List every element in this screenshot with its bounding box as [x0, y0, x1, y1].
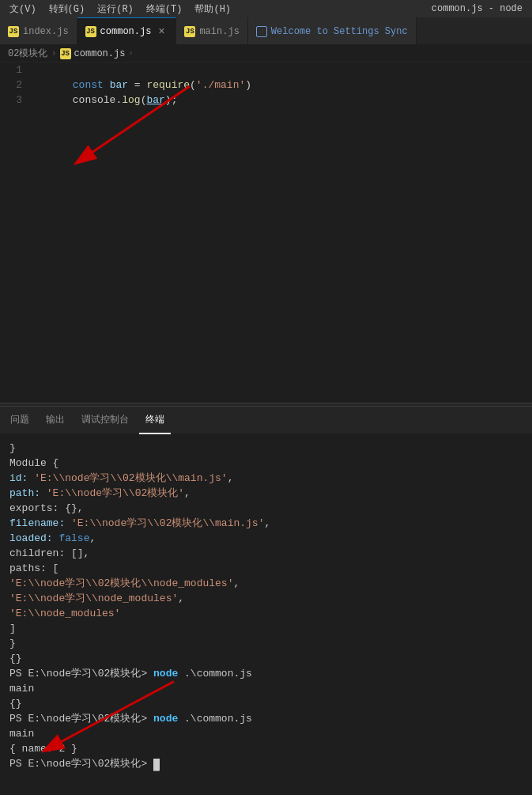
line-number-2: 2	[0, 78, 32, 93]
terminal-line-8: children: [],	[9, 546, 523, 561]
terminal-line-17: main	[9, 681, 523, 696]
panel-tab-output[interactable]: 输出	[40, 407, 71, 434]
line-content-2[interactable]: console.log(bar);	[32, 78, 532, 123]
line-number-1: 1	[0, 62, 32, 78]
terminal-line-7: loaded: false,	[9, 531, 523, 546]
editor-area: 1 const bar = require('./main') 2 consol…	[0, 62, 532, 403]
terminal-line-21: { name: 2 }	[9, 741, 523, 756]
tab-main-js[interactable]: JS main.js	[176, 17, 247, 45]
breadcrumb-arrow: ›	[128, 49, 133, 58]
tab-index-js[interactable]: JS index.js	[0, 17, 77, 45]
terminal-line-5: exports: {},	[9, 501, 523, 516]
terminal-line-22: PS E:\node学习\02模块化> █	[9, 756, 523, 771]
line-number-3: 3	[0, 93, 32, 108]
terminal-cursor: █	[153, 759, 160, 770]
terminal-line-1: }	[9, 441, 523, 456]
tab-icon-welcome	[256, 26, 267, 37]
code-line-2: 2 console.log(bar);	[0, 78, 532, 93]
fn-log: log	[122, 94, 140, 106]
panel-tab-terminal[interactable]: 终端	[139, 407, 171, 434]
tab-bar: JS index.js JS common.js × JS main.js We…	[0, 17, 532, 45]
panel-tab-debug[interactable]: 调试控制台	[75, 407, 135, 434]
terminal-content[interactable]: } Module { id: 'E:\\node学习\\02模块化\\main.…	[0, 434, 532, 795]
terminal-line-3: id: 'E:\\node学习\\02模块化\\main.js',	[9, 471, 523, 486]
tab-close-common[interactable]: ×	[155, 25, 168, 38]
tab-common-js[interactable]: JS common.js ×	[77, 17, 177, 45]
breadcrumb-sep1: ›	[51, 48, 56, 59]
tab-icon-index: JS	[8, 26, 19, 37]
menu-goto[interactable]: 转到(G)	[43, 0, 92, 17]
code-line-1: 1 const bar = require('./main')	[0, 62, 532, 78]
terminal-line-14: }	[9, 636, 523, 651]
window-title: common.js - node	[432, 3, 529, 14]
terminal-line-10: 'E:\\node学习\\02模块化\\node_modules',	[9, 576, 523, 591]
terminal-line-2: Module {	[9, 456, 523, 471]
terminal-line-15: {}	[9, 651, 523, 666]
breadcrumb-file-icon: JS	[60, 48, 71, 59]
terminal-line-12: 'E:\\node_modules'	[9, 606, 523, 621]
panel-area: 问题 输出 调试控制台 终端 } Module { id: 'E:\\node学…	[0, 407, 532, 795]
menu-view[interactable]: 文(V)	[3, 0, 43, 17]
terminal-line-19: PS E:\node学习\02模块化> node .\common.js	[9, 711, 523, 726]
terminal-line-11: 'E:\\node学习\\node_modules',	[9, 591, 523, 606]
var-bar-ref: bar	[146, 94, 164, 106]
terminal-line-16: PS E:\node学习\02模块化> node .\common.js	[9, 666, 523, 681]
terminal-line-18: {}	[9, 696, 523, 711]
tab-icon-common: JS	[85, 26, 96, 37]
menu-help[interactable]: 帮助(H)	[188, 0, 237, 17]
breadcrumb-file[interactable]: common.js	[74, 48, 126, 59]
menu-terminal[interactable]: 终端(T)	[140, 0, 189, 17]
tab-welcome[interactable]: Welcome to Settings Sync	[248, 17, 417, 45]
panel-tab-bar: 问题 输出 调试控制台 终端	[0, 407, 532, 434]
terminal-line-9: paths: [	[9, 561, 523, 576]
menu-run[interactable]: 运行(R)	[91, 0, 140, 17]
tab-icon-main: JS	[184, 26, 195, 37]
menu-bar: 文(V) 转到(G) 运行(R) 终端(T) 帮助(H) common.js -…	[0, 0, 532, 17]
terminal-line-13: ]	[9, 621, 523, 636]
terminal-line-6: filename: 'E:\\node学习\\02模块化\\main.js',	[9, 516, 523, 531]
terminal-line-4: path: 'E:\\node学习\\02模块化',	[9, 486, 523, 501]
terminal-line-20: main	[9, 726, 523, 741]
breadcrumb: 02模块化 › JS common.js ›	[0, 45, 532, 62]
breadcrumb-folder[interactable]: 02模块化	[8, 47, 47, 60]
panel-tab-problems[interactable]: 问题	[4, 407, 36, 434]
